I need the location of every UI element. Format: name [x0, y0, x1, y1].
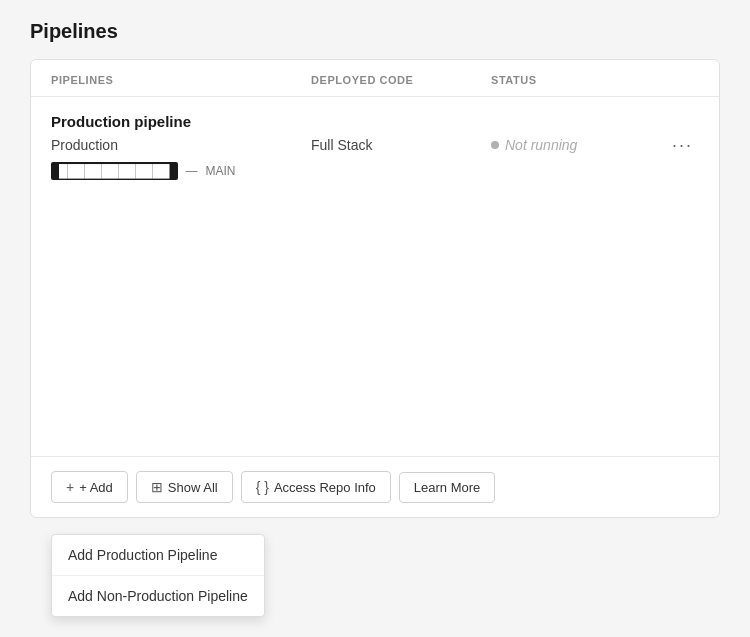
status-dot-icon	[491, 141, 499, 149]
table-empty-space	[31, 196, 719, 456]
dropdown-item-non-production[interactable]: Add Non-Production Pipeline	[52, 576, 264, 616]
show-all-button[interactable]: ⊞ Show All	[136, 471, 233, 503]
add-label: + Add	[79, 480, 113, 495]
pipeline-group-name: Production pipeline	[51, 113, 699, 130]
curly-braces-icon: { }	[256, 479, 269, 495]
pipeline-env: Production	[51, 137, 118, 153]
pipeline-status-col: Not running	[491, 137, 666, 153]
status-text: Not running	[505, 137, 577, 153]
col-header-deployed: DEPLOYED CODE	[311, 74, 491, 86]
learn-more-button[interactable]: Learn More	[399, 472, 495, 503]
add-icon: +	[66, 479, 74, 495]
access-repo-button[interactable]: { } Access Repo Info	[241, 471, 391, 503]
show-all-label: Show All	[168, 480, 218, 495]
pipeline-detail-row: Production Full Stack Not running ···	[51, 134, 699, 156]
dropdown-menu: Add Production Pipeline Add Non-Producti…	[51, 534, 265, 617]
learn-more-label: Learn More	[414, 480, 480, 495]
table-header: PIPELINES DEPLOYED CODE STATUS	[31, 60, 719, 97]
dropdown-item-production[interactable]: Add Production Pipeline	[52, 535, 264, 576]
access-repo-label: Access Repo Info	[274, 480, 376, 495]
table-row: Production pipeline Production Full Stac…	[51, 113, 699, 180]
table-body: Production pipeline Production Full Stac…	[31, 97, 719, 196]
more-options-button[interactable]: ···	[666, 134, 699, 156]
pipelines-card: PIPELINES DEPLOYED CODE STATUS Productio…	[30, 59, 720, 518]
page-title: Pipelines	[30, 20, 720, 43]
branch-label-separator: —	[186, 164, 198, 178]
branch-badge: █████████████	[51, 162, 178, 180]
page-container: Pipelines PIPELINES DEPLOYED CODE STATUS…	[0, 0, 750, 637]
card-footer: + + Add ⊞ Show All { } Access Repo Info …	[31, 456, 719, 517]
branch-row: █████████████ — MAIN	[51, 162, 699, 180]
pipeline-deployed-col: Full Stack	[311, 137, 491, 153]
add-button[interactable]: + + Add	[51, 471, 128, 503]
pipeline-env-col: Production	[51, 136, 311, 154]
col-header-pipelines: PIPELINES	[51, 74, 311, 86]
branch-name: MAIN	[206, 164, 236, 178]
grid-icon: ⊞	[151, 479, 163, 495]
col-header-status: STATUS	[491, 74, 699, 86]
